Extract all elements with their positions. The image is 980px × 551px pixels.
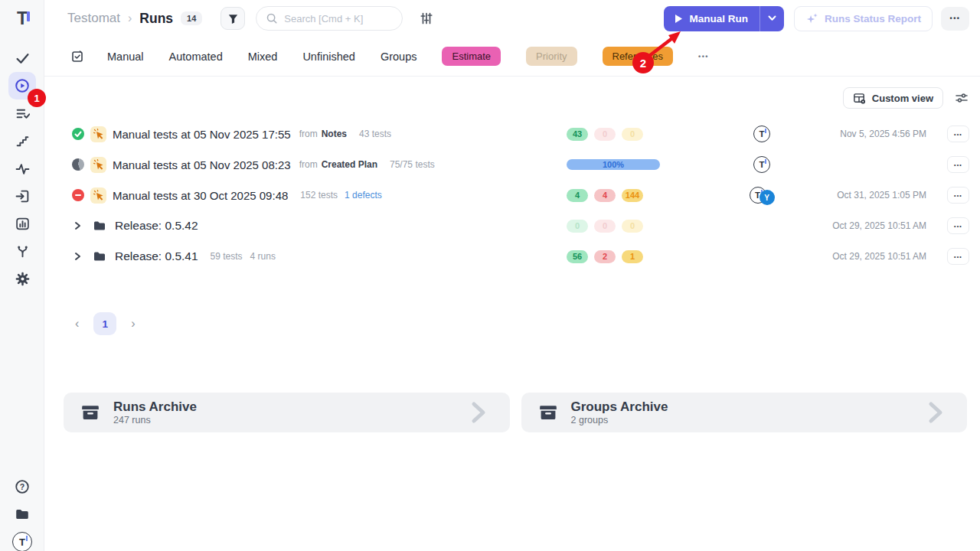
prev-page-button[interactable]: ‹	[72, 314, 82, 334]
tab-groups[interactable]: Groups	[381, 51, 417, 63]
manual-test-icon	[90, 187, 106, 204]
avatar: T	[753, 156, 770, 173]
play-circle-icon	[15, 78, 30, 93]
run-avatars: T	[735, 126, 789, 142]
sidebar-item-pulse[interactable]	[8, 155, 36, 182]
run-title[interactable]: Manual tests at 05 Nov 2025 17:55	[113, 128, 291, 141]
next-page-button[interactable]: ›	[128, 314, 138, 334]
runs-status-report-button[interactable]: Runs Status Report	[794, 6, 933, 31]
row-more-button[interactable]: •••	[947, 126, 969, 142]
svg-text:?: ?	[20, 482, 24, 491]
account-avatar: T	[12, 532, 32, 551]
result-pills: 0 0 0	[528, 220, 643, 233]
header-more-button[interactable]: •••	[941, 7, 969, 31]
table-row[interactable]: Release: 0.5.42 0 0 0 Oct 29, 2025 10:51…	[44, 210, 980, 241]
sidebar-item-import[interactable]	[8, 182, 36, 210]
filter-button[interactable]	[220, 7, 245, 30]
table-row[interactable]: Manual tests at 05 Nov 2025 17:55 from N…	[44, 119, 980, 149]
box-arrow-icon	[15, 189, 30, 204]
sidebar-item-tests[interactable]	[8, 44, 36, 72]
filter-tabs: Manual Automated Mixed Unfinished Groups…	[107, 47, 709, 66]
progress-bar: 100%	[567, 159, 660, 170]
funnel-icon	[227, 12, 240, 25]
tab-priority[interactable]: Priority	[526, 47, 577, 66]
result-pills: 4 4 144	[528, 189, 643, 202]
sidebar-nav	[8, 44, 36, 292]
runs-archive-card[interactable]: Runs Archive 247 runs	[64, 393, 510, 432]
sidebar-item-help[interactable]: ?	[8, 473, 36, 500]
search-settings-icon[interactable]	[420, 11, 433, 25]
header: Testomat › Runs 14 Manual Run	[44, 0, 980, 77]
play-icon	[675, 15, 682, 23]
group-title[interactable]: Release: 0.5.41	[115, 249, 198, 263]
tabs-more-button[interactable]: •••	[698, 53, 709, 60]
failed-pill: 0	[594, 220, 616, 233]
groups-archive-card[interactable]: Groups Archive 2 groups	[521, 393, 968, 432]
tab-automated[interactable]: Automated	[169, 51, 223, 63]
status-in-progress-icon	[72, 158, 84, 171]
folder-icon	[93, 219, 106, 233]
run-avatars: T	[735, 156, 789, 173]
sidebar-item-steps[interactable]	[8, 127, 36, 155]
table-row[interactable]: Release: 0.5.41 59 tests 4 runs 56 2 1 O…	[44, 241, 980, 272]
expand-chevron-icon[interactable]	[72, 251, 83, 262]
sidebar-item-analytics[interactable]	[8, 210, 36, 237]
avatar: Y	[760, 190, 775, 205]
skipped-pill: 0	[622, 220, 643, 233]
skipped-pill: 0	[622, 128, 643, 141]
archive-box-icon	[538, 403, 558, 422]
run-from-label: from	[299, 159, 318, 170]
bar-chart-icon	[15, 217, 30, 231]
run-from-source: Created Plan	[322, 159, 377, 170]
manual-run-dropdown[interactable]	[760, 6, 784, 31]
chevron-right-icon	[469, 401, 488, 424]
group-title[interactable]: Release: 0.5.42	[115, 219, 198, 233]
check-icon	[15, 51, 30, 66]
custom-view-button[interactable]: Custom view	[843, 87, 943, 109]
skipped-pill: 144	[622, 189, 643, 202]
runs-count-badge: 14	[181, 11, 202, 25]
defects-link[interactable]: 1 defects	[345, 190, 382, 201]
row-more-button[interactable]: •••	[947, 156, 969, 173]
branch-icon	[15, 244, 30, 259]
search-box[interactable]	[256, 6, 403, 31]
expand-chevron-icon[interactable]	[72, 220, 83, 231]
table-row[interactable]: Manual tests at 30 Oct 2025 09:48 152 te…	[44, 180, 980, 210]
status-failed-icon	[72, 189, 84, 201]
sidebar-item-account[interactable]: T	[8, 528, 36, 551]
run-avatars: T Y	[735, 185, 789, 205]
app-window: T	[0, 0, 980, 551]
app-logo[interactable]: T	[0, 5, 44, 31]
run-date: Oct 29, 2025 10:51 AM	[789, 220, 934, 231]
group-tests-count: 59 tests	[211, 251, 243, 262]
tab-mixed[interactable]: Mixed	[248, 51, 278, 63]
table-row[interactable]: Manual tests at 05 Nov 2025 08:23 from C…	[44, 149, 980, 180]
tab-estimate[interactable]: Estimate	[442, 47, 501, 66]
row-more-button[interactable]: •••	[947, 248, 969, 265]
run-report-icon[interactable]	[70, 50, 84, 64]
annotation-step-1: 1	[28, 89, 46, 107]
run-title[interactable]: Manual tests at 05 Nov 2025 08:23	[113, 158, 291, 171]
breadcrumb-separator: ›	[128, 11, 132, 25]
runs-list: Manual tests at 05 Nov 2025 17:55 from N…	[44, 119, 980, 272]
result-pills: 56 2 1	[528, 250, 643, 263]
passed-pill: 4	[567, 189, 588, 202]
row-more-button[interactable]: •••	[947, 217, 969, 234]
sidebar-item-projects[interactable]	[8, 500, 36, 528]
sidebar-item-settings[interactable]	[8, 265, 36, 292]
archive-text: Runs Archive 247 runs	[113, 399, 197, 426]
annotation-arrow	[645, 28, 688, 60]
row-more-button[interactable]: •••	[947, 187, 969, 204]
manual-test-icon	[90, 126, 106, 142]
run-title[interactable]: Manual tests at 30 Oct 2025 09:48	[113, 189, 288, 202]
tab-manual[interactable]: Manual	[107, 51, 144, 63]
sidebar-item-branches[interactable]	[8, 237, 36, 265]
tab-unfinished[interactable]: Unfinished	[302, 51, 355, 63]
view-toolbar: Custom view	[843, 87, 969, 109]
page-1-button[interactable]: 1	[93, 312, 116, 335]
more-icon: •••	[954, 162, 962, 168]
search-input[interactable]	[284, 13, 384, 24]
passed-pill: 56	[567, 250, 588, 263]
view-options-icon[interactable]	[955, 91, 969, 105]
breadcrumb-project[interactable]: Testomat	[67, 11, 120, 26]
